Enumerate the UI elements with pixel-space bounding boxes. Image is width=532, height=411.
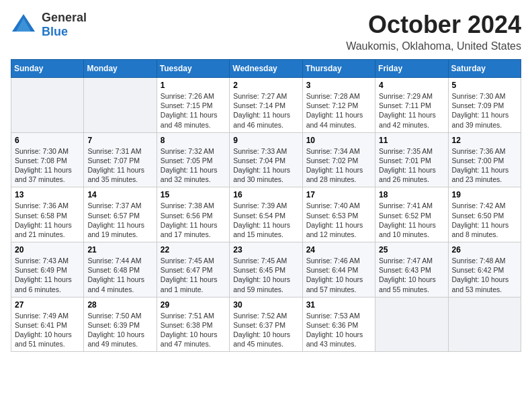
calendar-week-2: 13Sunrise: 7:36 AM Sunset: 6:58 PM Dayli… [11, 187, 521, 242]
title-section: October 2024 Waukomis, Oklahoma, United … [346, 11, 521, 52]
logo-icon [11, 13, 36, 37]
calendar-cell: 5Sunrise: 7:30 AM Sunset: 7:09 PM Daylig… [448, 78, 521, 133]
day-number: 29 [161, 300, 226, 310]
calendar-header-row: Sunday Monday Tuesday Wednesday Thursday… [11, 60, 521, 78]
calendar-cell: 11Sunrise: 7:35 AM Sunset: 7:01 PM Dayli… [375, 132, 448, 187]
logo: General Blue [11, 11, 87, 39]
day-info: Sunrise: 7:27 AM Sunset: 7:14 PM Dayligh… [233, 91, 298, 130]
day-number: 23 [233, 245, 298, 255]
day-number: 15 [161, 190, 226, 199]
calendar-cell: 24Sunrise: 7:46 AM Sunset: 6:44 PM Dayli… [302, 242, 375, 298]
page-header: General Blue October 2024 Waukomis, Okla… [11, 11, 521, 52]
calendar-cell: 23Sunrise: 7:45 AM Sunset: 6:45 PM Dayli… [230, 242, 302, 298]
col-sunday: Sunday [11, 60, 84, 78]
calendar-cell: 9Sunrise: 7:33 AM Sunset: 7:04 PM Daylig… [230, 132, 302, 187]
calendar-week-4: 27Sunrise: 7:49 AM Sunset: 6:41 PM Dayli… [11, 297, 521, 352]
calendar-cell: 22Sunrise: 7:45 AM Sunset: 6:47 PM Dayli… [157, 242, 229, 298]
day-info: Sunrise: 7:49 AM Sunset: 6:41 PM Dayligh… [15, 311, 80, 349]
day-number: 3 [306, 81, 371, 90]
calendar-cell: 15Sunrise: 7:38 AM Sunset: 6:56 PM Dayli… [157, 187, 229, 242]
calendar-cell [375, 297, 448, 352]
day-number: 12 [452, 136, 517, 145]
calendar-cell: 26Sunrise: 7:48 AM Sunset: 6:42 PM Dayli… [448, 242, 521, 298]
calendar-cell: 1Sunrise: 7:26 AM Sunset: 7:15 PM Daylig… [157, 78, 229, 133]
day-number: 31 [306, 300, 371, 310]
calendar-cell [11, 78, 84, 133]
calendar-cell: 17Sunrise: 7:40 AM Sunset: 6:53 PM Dayli… [302, 187, 375, 242]
day-info: Sunrise: 7:28 AM Sunset: 7:12 PM Dayligh… [306, 91, 371, 130]
day-info: Sunrise: 7:53 AM Sunset: 6:36 PM Dayligh… [306, 311, 371, 349]
calendar-week-0: 1Sunrise: 7:26 AM Sunset: 7:15 PM Daylig… [11, 78, 521, 133]
day-number: 6 [15, 136, 80, 145]
day-info: Sunrise: 7:47 AM Sunset: 6:43 PM Dayligh… [379, 256, 444, 294]
day-info: Sunrise: 7:35 AM Sunset: 7:01 PM Dayligh… [379, 146, 444, 185]
calendar-cell: 2Sunrise: 7:27 AM Sunset: 7:14 PM Daylig… [230, 78, 302, 133]
day-number: 8 [161, 136, 226, 145]
day-number: 16 [233, 190, 298, 199]
day-info: Sunrise: 7:40 AM Sunset: 6:53 PM Dayligh… [306, 201, 371, 239]
col-saturday: Saturday [448, 60, 521, 78]
day-number: 22 [161, 245, 226, 255]
day-info: Sunrise: 7:30 AM Sunset: 7:08 PM Dayligh… [15, 146, 80, 185]
calendar-cell: 12Sunrise: 7:36 AM Sunset: 7:00 PM Dayli… [448, 132, 521, 187]
day-number: 26 [452, 245, 517, 255]
day-number: 28 [87, 300, 152, 310]
day-number: 21 [87, 245, 152, 255]
calendar-cell: 10Sunrise: 7:34 AM Sunset: 7:02 PM Dayli… [302, 132, 375, 187]
col-friday: Friday [375, 60, 448, 78]
day-number: 18 [379, 190, 444, 199]
day-info: Sunrise: 7:44 AM Sunset: 6:48 PM Dayligh… [87, 256, 152, 294]
calendar-table: Sunday Monday Tuesday Wednesday Thursday… [11, 59, 521, 352]
day-number: 20 [15, 245, 80, 255]
day-number: 13 [15, 190, 80, 199]
day-number: 7 [87, 136, 152, 145]
day-info: Sunrise: 7:45 AM Sunset: 6:47 PM Dayligh… [161, 256, 226, 294]
day-info: Sunrise: 7:43 AM Sunset: 6:49 PM Dayligh… [15, 256, 80, 294]
calendar-cell: 19Sunrise: 7:42 AM Sunset: 6:50 PM Dayli… [448, 187, 521, 242]
calendar-cell: 28Sunrise: 7:50 AM Sunset: 6:39 PM Dayli… [84, 297, 157, 352]
calendar-cell: 13Sunrise: 7:36 AM Sunset: 6:58 PM Dayli… [11, 187, 84, 242]
calendar-cell: 3Sunrise: 7:28 AM Sunset: 7:12 PM Daylig… [302, 78, 375, 133]
calendar-cell: 16Sunrise: 7:39 AM Sunset: 6:54 PM Dayli… [230, 187, 302, 242]
calendar-cell: 6Sunrise: 7:30 AM Sunset: 7:08 PM Daylig… [11, 132, 84, 187]
day-info: Sunrise: 7:50 AM Sunset: 6:39 PM Dayligh… [87, 311, 152, 349]
day-info: Sunrise: 7:38 AM Sunset: 6:56 PM Dayligh… [161, 201, 226, 239]
calendar-cell: 18Sunrise: 7:41 AM Sunset: 6:52 PM Dayli… [375, 187, 448, 242]
calendar-cell: 21Sunrise: 7:44 AM Sunset: 6:48 PM Dayli… [84, 242, 157, 298]
day-info: Sunrise: 7:29 AM Sunset: 7:11 PM Dayligh… [379, 91, 444, 130]
day-number: 14 [87, 190, 152, 199]
calendar-cell: 4Sunrise: 7:29 AM Sunset: 7:11 PM Daylig… [375, 78, 448, 133]
day-number: 27 [15, 300, 80, 310]
day-info: Sunrise: 7:36 AM Sunset: 6:58 PM Dayligh… [15, 201, 80, 239]
calendar-cell: 29Sunrise: 7:51 AM Sunset: 6:38 PM Dayli… [157, 297, 229, 352]
day-number: 10 [306, 136, 371, 145]
calendar-week-3: 20Sunrise: 7:43 AM Sunset: 6:49 PM Dayli… [11, 242, 521, 298]
col-wednesday: Wednesday [230, 60, 302, 78]
day-info: Sunrise: 7:32 AM Sunset: 7:05 PM Dayligh… [161, 146, 226, 185]
day-number: 5 [452, 81, 517, 90]
calendar-cell: 8Sunrise: 7:32 AM Sunset: 7:05 PM Daylig… [157, 132, 229, 187]
col-tuesday: Tuesday [157, 60, 229, 78]
day-number: 1 [161, 81, 226, 90]
day-number: 19 [452, 190, 517, 199]
calendar-cell: 25Sunrise: 7:47 AM Sunset: 6:43 PM Dayli… [375, 242, 448, 298]
day-info: Sunrise: 7:36 AM Sunset: 7:00 PM Dayligh… [452, 146, 517, 185]
day-info: Sunrise: 7:31 AM Sunset: 7:07 PM Dayligh… [87, 146, 152, 185]
logo-general: General [42, 11, 87, 25]
day-info: Sunrise: 7:41 AM Sunset: 6:52 PM Dayligh… [379, 201, 444, 239]
month-title: October 2024 [346, 11, 521, 39]
calendar-cell [84, 78, 157, 133]
day-number: 17 [306, 190, 371, 199]
day-number: 9 [233, 136, 298, 145]
logo-blue: Blue [42, 25, 68, 38]
day-info: Sunrise: 7:45 AM Sunset: 6:45 PM Dayligh… [233, 256, 298, 294]
calendar-body: 1Sunrise: 7:26 AM Sunset: 7:15 PM Daylig… [11, 78, 521, 352]
day-info: Sunrise: 7:30 AM Sunset: 7:09 PM Dayligh… [452, 91, 517, 130]
calendar-cell: 30Sunrise: 7:52 AM Sunset: 6:37 PM Dayli… [230, 297, 302, 352]
col-thursday: Thursday [302, 60, 375, 78]
day-number: 24 [306, 245, 371, 255]
calendar-cell: 14Sunrise: 7:37 AM Sunset: 6:57 PM Dayli… [84, 187, 157, 242]
day-info: Sunrise: 7:42 AM Sunset: 6:50 PM Dayligh… [452, 201, 517, 239]
day-info: Sunrise: 7:46 AM Sunset: 6:44 PM Dayligh… [306, 256, 371, 294]
day-info: Sunrise: 7:33 AM Sunset: 7:04 PM Dayligh… [233, 146, 298, 185]
